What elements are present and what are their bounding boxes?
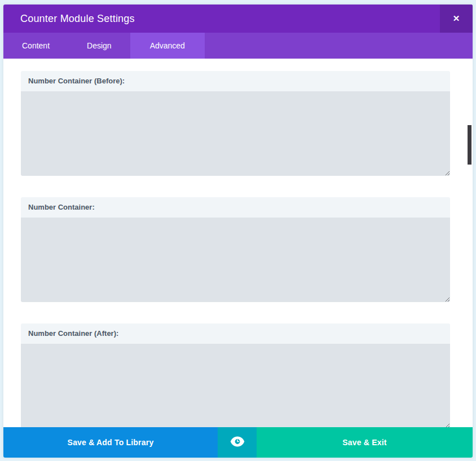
modal-footer: Save & Add To Library Save & Exit (3, 427, 473, 458)
field-label: Number Container (After): (21, 323, 450, 344)
field-label: Number Container (Before): (21, 71, 450, 91)
modal-title: Counter Module Settings (3, 5, 440, 33)
settings-tabbar: Content Design Advanced (3, 33, 473, 59)
eye-icon (230, 436, 245, 449)
close-button[interactable]: ✕ (440, 5, 473, 33)
modal-header: Counter Module Settings ✕ (3, 5, 473, 33)
number-container-before-textarea[interactable] (21, 91, 450, 176)
number-container-textarea[interactable] (21, 218, 450, 302)
save-add-to-library-button[interactable]: Save & Add To Library (3, 427, 218, 458)
tab-content[interactable]: Content (3, 33, 68, 59)
tab-design[interactable]: Design (68, 33, 130, 59)
field-group-number-container-after: Number Container (After): (21, 323, 450, 427)
save-and-exit-button[interactable]: Save & Exit (257, 427, 473, 458)
tab-advanced[interactable]: Advanced (130, 33, 205, 59)
number-container-after-textarea[interactable] (21, 344, 450, 427)
field-label: Number Container: (21, 197, 450, 218)
field-group-number-container-before: Number Container (Before): (21, 71, 450, 176)
field-group-number-container: Number Container: (21, 197, 450, 302)
save-and-exit-label: Save & Exit (342, 438, 386, 447)
close-icon: ✕ (453, 14, 460, 24)
scrollbar-thumb[interactable] (468, 125, 471, 165)
settings-content-area: Number Container (Before): Number Contai… (3, 59, 473, 427)
save-add-to-library-label: Save & Add To Library (68, 438, 154, 447)
preview-button[interactable] (218, 427, 257, 458)
counter-module-settings-modal: Counter Module Settings ✕ Content Design… (3, 5, 473, 458)
